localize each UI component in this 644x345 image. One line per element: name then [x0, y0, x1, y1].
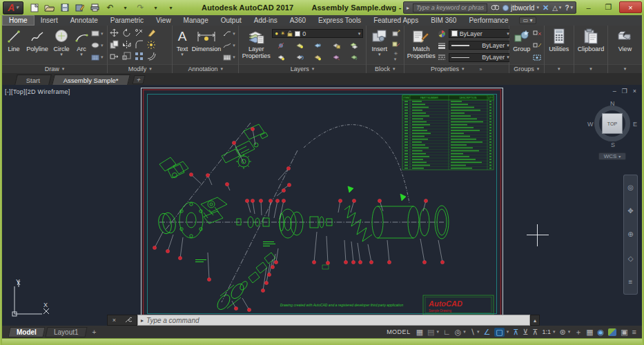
viewcube-top-face[interactable]: TOP [602, 113, 623, 134]
grid-display-icon[interactable]: ▦ [416, 328, 423, 337]
group-edit-icon[interactable] [533, 41, 543, 50]
zoom-extents-icon[interactable]: ⊕ [627, 230, 633, 238]
view-panel-label[interactable]: ▾ [608, 64, 642, 73]
file-tab-start[interactable]: Start [14, 75, 52, 85]
navigation-bar[interactable]: ◎ ✥ ⊕ ◇ ≡ [623, 175, 638, 295]
minimize-button[interactable]: – [579, 1, 598, 13]
close-button[interactable]: × [619, 1, 642, 13]
layer-lock-icon[interactable] [331, 41, 341, 50]
insert-dropdown-icon[interactable]: ▾ [378, 52, 381, 57]
viewcube[interactable]: N S W E TOP WCS▾ [590, 100, 634, 162]
rotate-icon[interactable] [121, 28, 131, 37]
layer-isolate-icon[interactable] [295, 41, 304, 50]
cad-drawing[interactable]: ITEM PART NUMBER DESCRIPTION QTY [140, 87, 504, 322]
block-panel-label[interactable]: Block▾ [367, 64, 404, 73]
tab-bim360[interactable]: BIM 360 [425, 16, 462, 25]
recent-commands-icon[interactable]: ▸ [141, 317, 144, 324]
viewport-restore-icon[interactable]: ❐ [622, 88, 627, 95]
search-input[interactable] [413, 3, 487, 12]
text-dropdown-icon[interactable]: ▾ [181, 52, 184, 57]
redo-dropdown[interactable]: ▾ [150, 3, 161, 12]
tab-annotate[interactable]: Annotate [64, 16, 104, 25]
open-button[interactable] [44, 3, 55, 12]
tab-home[interactable]: Home [2, 15, 35, 26]
workspace-dropdown-icon[interactable]: ▾ [568, 329, 571, 335]
customization-menu-icon[interactable]: ≡ [632, 328, 636, 336]
annotation-monitor-icon[interactable]: ＋ [574, 327, 582, 337]
layer-unisolate-icon[interactable] [349, 53, 359, 62]
circle-button[interactable]: Circle ▾ [50, 27, 72, 64]
viewport-close-icon[interactable]: × [633, 88, 636, 95]
clipboard-button[interactable]: Clipboard [576, 27, 606, 64]
model-space-label[interactable]: MODEL [387, 328, 411, 335]
group-selection-toggle-icon[interactable] [533, 53, 543, 62]
draw-panel-label[interactable]: Draw▾ [2, 64, 107, 73]
search-icon[interactable] [491, 4, 499, 12]
lineweight-dropdown[interactable]: ByLayer ▾ [449, 41, 512, 50]
isolate-objects-icon[interactable]: ◉ [598, 328, 605, 337]
array-icon[interactable] [134, 52, 144, 61]
file-tab-assembly-sample[interactable]: Assembly Sample* [52, 75, 130, 85]
viewcube-west[interactable]: W [587, 121, 594, 128]
viewcube-south[interactable]: S [611, 141, 615, 148]
scale-icon[interactable] [121, 52, 131, 61]
isodraft-icon[interactable]: ∖ [470, 328, 475, 337]
viewcube-east[interactable]: E [633, 121, 637, 128]
block-more-icon[interactable]: ✳ ▾ [394, 51, 398, 62]
save-as-button[interactable] [75, 3, 85, 12]
group-button[interactable]: Group [511, 27, 533, 64]
rectangle-dropdown-icon[interactable]: ▾ [101, 31, 105, 37]
new-layout-button[interactable]: + [88, 328, 100, 336]
properties-dialog-launcher[interactable]: » [479, 67, 482, 72]
modify-panel-label[interactable]: Modify▾ [108, 64, 172, 73]
isodraft-dropdown-icon[interactable]: ▾ [477, 329, 480, 335]
multileader-icon[interactable] [222, 41, 232, 50]
orbit-icon[interactable]: ◇ [628, 255, 634, 262]
tab-express-tools[interactable]: Express Tools [312, 16, 367, 25]
showmotion-icon[interactable]: ≡ [629, 278, 633, 286]
clean-screen-icon[interactable]: ▣ [621, 328, 627, 337]
sign-in-button[interactable]: jtbworld ▾ [502, 4, 539, 12]
ungroup-icon[interactable] [533, 29, 543, 38]
erase-icon[interactable] [146, 28, 156, 37]
undo-dropdown[interactable]: ▾ [120, 3, 130, 12]
snap-dropdown-icon[interactable]: ▾ [436, 329, 439, 335]
make-current-icon[interactable] [276, 53, 286, 62]
arc-button[interactable]: Arc ▾ [72, 27, 90, 64]
command-input[interactable] [146, 317, 527, 324]
full-navigation-wheel-icon[interactable]: ◎ [627, 184, 634, 191]
layer-freeze-icon[interactable] [313, 41, 322, 50]
hatch-dropdown-icon[interactable]: ▾ [101, 55, 105, 60]
new-drawing-tab-button[interactable]: + [132, 75, 145, 84]
command-close-icon[interactable]: × [113, 317, 116, 324]
object-color-dropdown[interactable]: ByLayer ▾ [449, 29, 512, 38]
tab-insert[interactable]: Insert [35, 16, 64, 25]
quick-properties-icon[interactable]: ▦ [586, 328, 593, 337]
ellipse-icon[interactable] [90, 41, 100, 50]
tab-a360[interactable]: A360 [284, 16, 312, 25]
properties-panel-label[interactable]: Properties▾» [404, 64, 509, 73]
insert-button[interactable]: Insert ▾ [368, 27, 391, 64]
line-button[interactable]: Line [3, 27, 24, 64]
table-icon[interactable] [222, 53, 232, 62]
tab-performance[interactable]: Performance [462, 16, 514, 25]
drawing-canvas[interactable]: [-][Top][2D Wireframe] – ❐ × ITEM PART N… [2, 85, 642, 326]
utilities-panel-label[interactable]: ▾ [545, 64, 574, 73]
move-icon[interactable] [109, 28, 119, 37]
mirror-icon[interactable] [121, 40, 131, 49]
view-button[interactable]: View [615, 27, 634, 64]
exchange-apps-icon[interactable]: ✕ [543, 3, 549, 12]
circle-dropdown-icon[interactable]: ▾ [60, 52, 63, 57]
infocenter-collapse-arrow[interactable]: ▸ [407, 5, 409, 11]
clipboard-panel-label[interactable]: ▾ [574, 64, 607, 73]
new-drawing-button[interactable] [29, 3, 39, 12]
layer-match-icon[interactable] [349, 41, 359, 50]
snap-mode-icon[interactable]: ▤ [427, 328, 434, 337]
layer-walk-icon[interactable] [331, 53, 341, 62]
tab-output[interactable]: Output [215, 16, 248, 25]
annotation-scale-dropdown-icon[interactable]: ▾ [553, 329, 556, 335]
layer-restore-icon[interactable] [295, 53, 304, 62]
block-editor-icon[interactable] [391, 40, 401, 49]
annotation-scale-value[interactable]: 1:1 [542, 328, 551, 335]
maximize-button[interactable]: ❐ [599, 1, 618, 13]
